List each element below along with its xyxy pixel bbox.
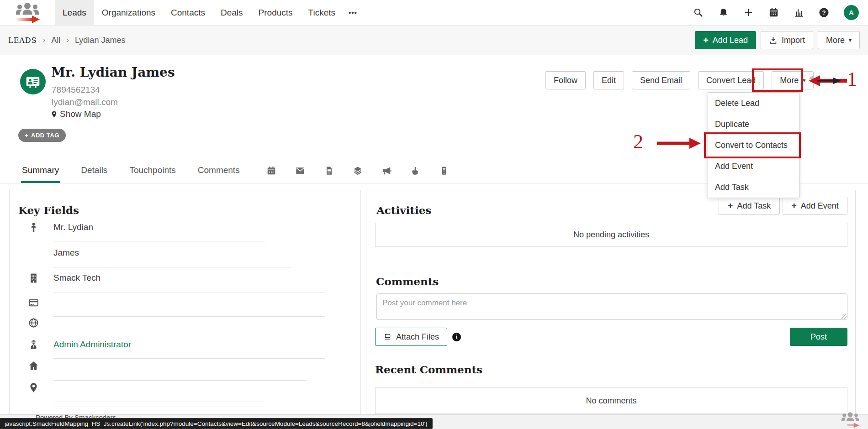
plus-icon: + bbox=[25, 132, 28, 139]
annotation-step-2: 2 bbox=[633, 132, 643, 152]
tab-touchpoints[interactable]: Touchpoints bbox=[128, 165, 176, 183]
menu-item-delete-lead[interactable]: Delete Lead bbox=[708, 93, 799, 114]
edit-button[interactable]: Edit bbox=[593, 71, 624, 89]
building-icon bbox=[28, 272, 39, 284]
chevron-down-icon: ▾ bbox=[849, 37, 852, 43]
lead-name: Mr. Lydian James bbox=[51, 65, 175, 80]
touch-hand-icon[interactable] bbox=[410, 166, 420, 176]
comment-input[interactable] bbox=[376, 293, 847, 320]
nav-item-tickets[interactable]: Tickets bbox=[301, 0, 343, 25]
document-icon[interactable] bbox=[324, 166, 334, 176]
calendar-icon[interactable] bbox=[768, 7, 779, 18]
laptop-icon bbox=[383, 333, 392, 341]
email-envelope-icon[interactable] bbox=[295, 166, 305, 176]
record-more-button[interactable]: More ▾ bbox=[772, 71, 814, 89]
tab-details[interactable]: Details bbox=[80, 165, 108, 183]
post-comment-button[interactable]: Post bbox=[790, 328, 847, 346]
nav-item-leads[interactable]: Leads bbox=[55, 0, 94, 25]
lead-avatar bbox=[20, 69, 46, 94]
main-menu: Leads Organizations Contacts Deals Produ… bbox=[55, 0, 363, 25]
menu-item-convert-to-contacts[interactable]: Convert to Contacts bbox=[708, 135, 799, 156]
add-lead-button[interactable]: + Add Lead bbox=[695, 31, 756, 49]
chevron-right-icon: › bbox=[43, 36, 46, 45]
field-assigned-user[interactable]: Admin Administrator bbox=[53, 340, 131, 350]
annotation-arrow-2-icon bbox=[657, 137, 702, 150]
user-icon bbox=[28, 222, 39, 233]
convert-lead-button[interactable]: Convert Lead bbox=[698, 71, 764, 89]
nav-item-products[interactable]: Products bbox=[251, 0, 301, 25]
comments-title: Comments bbox=[376, 275, 439, 288]
people-logo-icon bbox=[13, 1, 42, 24]
status-bar-link: javascript:SmackFieldMapping_HS_Js.creat… bbox=[0, 418, 433, 429]
menu-item-add-task[interactable]: Add Task bbox=[708, 177, 799, 198]
more-dropdown-menu: Delete Lead Duplicate Convert to Contact… bbox=[708, 92, 799, 198]
products-layers-icon[interactable] bbox=[353, 166, 363, 176]
calendar-tab-icon[interactable] bbox=[266, 166, 276, 176]
follow-button[interactable]: Follow bbox=[545, 71, 586, 89]
tab-comments[interactable]: Comments bbox=[197, 165, 241, 183]
quick-create-plus-icon[interactable] bbox=[743, 7, 754, 18]
lead-phone[interactable]: 7894562134 bbox=[52, 85, 100, 95]
menu-item-duplicate[interactable]: Duplicate bbox=[708, 114, 799, 135]
key-fields-title: Key Fields bbox=[18, 204, 79, 216]
campaign-megaphone-icon[interactable] bbox=[381, 166, 392, 176]
chevron-down-icon: ▾ bbox=[803, 77, 805, 84]
top-navbar: Leads Organizations Contacts Deals Produ… bbox=[0, 0, 868, 26]
navbar-right-icons: ? A bbox=[693, 0, 868, 25]
plus-icon: + bbox=[791, 201, 797, 210]
search-icon[interactable] bbox=[693, 7, 704, 18]
key-fields-card: Key Fields Mr. Lydian James Smack Tech bbox=[9, 190, 361, 414]
info-icon[interactable]: i bbox=[452, 333, 461, 341]
notifications-bell-icon[interactable] bbox=[718, 7, 729, 18]
record-actions: Follow Edit Send Email Convert Lead More… bbox=[545, 71, 814, 89]
tab-summary[interactable]: Summary bbox=[21, 165, 60, 183]
no-comments-box: No comments bbox=[375, 387, 847, 414]
send-email-button[interactable]: Send Email bbox=[632, 71, 690, 89]
footer-people-logo-icon bbox=[840, 411, 861, 429]
attach-files-button[interactable]: Attach Files bbox=[375, 328, 447, 346]
breadcrumb-bar: LEADS › All › Lydian James + Add Lead Im… bbox=[0, 26, 868, 55]
map-pin-icon bbox=[50, 110, 58, 118]
field-underline bbox=[53, 380, 307, 381]
field-lastname: James bbox=[53, 248, 79, 258]
breadcrumb-module[interactable]: LEADS bbox=[8, 36, 37, 45]
id-card-icon bbox=[25, 73, 41, 90]
field-firstname: Mr. Lydian bbox=[53, 222, 93, 232]
lead-email[interactable]: lydian@mail.com bbox=[52, 97, 118, 107]
activities-title: Activities bbox=[376, 204, 431, 216]
credit-card-icon bbox=[28, 297, 39, 309]
breadcrumb-view[interactable]: All bbox=[51, 36, 60, 45]
help-icon[interactable]: ? bbox=[819, 7, 829, 18]
chevron-right-icon: › bbox=[66, 36, 69, 45]
mobile-phone-icon[interactable] bbox=[439, 166, 449, 176]
show-map-link[interactable]: Show Map bbox=[50, 109, 101, 119]
menu-item-add-event[interactable]: Add Event bbox=[708, 156, 799, 177]
plus-icon: + bbox=[703, 36, 709, 45]
tab-icon-strip bbox=[266, 166, 449, 183]
no-activities-box: No pending activities bbox=[375, 223, 847, 247]
add-tag-button[interactable]: + ADD TAG bbox=[18, 129, 66, 142]
app-logo[interactable] bbox=[0, 0, 55, 25]
globe-icon bbox=[28, 317, 39, 329]
field-company: Smack Tech bbox=[53, 273, 101, 283]
nav-item-contacts[interactable]: Contacts bbox=[163, 0, 213, 25]
admin-user-icon bbox=[28, 339, 39, 350]
field-underline bbox=[53, 316, 325, 317]
user-avatar[interactable]: A bbox=[844, 5, 859, 20]
field-underline bbox=[53, 402, 265, 402]
map-pin-icon bbox=[28, 382, 39, 393]
list-more-button[interactable]: More ▾ bbox=[818, 31, 860, 49]
list-actions: + Add Lead Import More ▾ bbox=[695, 31, 860, 49]
add-event-button[interactable]: + Add Event bbox=[783, 197, 847, 215]
summary-right-panel: Activities + Add Task + Add Event No pen… bbox=[366, 190, 856, 414]
reports-chart-icon[interactable] bbox=[794, 7, 804, 18]
home-icon bbox=[28, 360, 39, 371]
nav-overflow-icon[interactable]: ••• bbox=[343, 0, 363, 25]
recent-comments-title: Recent Comments bbox=[375, 363, 482, 376]
import-button[interactable]: Import bbox=[761, 31, 813, 49]
svg-text:?: ? bbox=[822, 9, 826, 16]
add-task-button[interactable]: + Add Task bbox=[719, 197, 780, 215]
nav-item-organizations[interactable]: Organizations bbox=[94, 0, 163, 25]
nav-item-deals[interactable]: Deals bbox=[213, 0, 251, 25]
field-underline bbox=[53, 337, 326, 337]
